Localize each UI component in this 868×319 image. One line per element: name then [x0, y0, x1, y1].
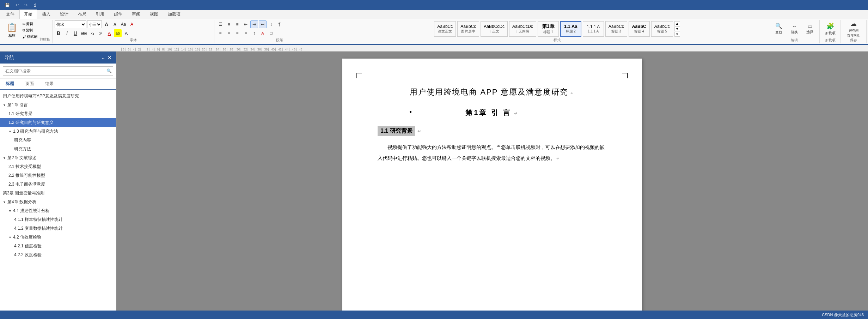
nav-item-4-2-1[interactable]: 4.2.1 信度检验 [0, 242, 116, 251]
line-spacing-btn[interactable]: ↕ [250, 29, 258, 37]
decrease-indent2-btn[interactable]: ↤ [259, 20, 267, 28]
style-heading1[interactable]: 第1章 标题 1 [538, 21, 559, 37]
chapter1-heading[interactable]: 第1章 引 言 ↵ [378, 108, 607, 118]
tab-file[interactable]: 文件 [1, 10, 19, 19]
nav-tab-results[interactable]: 结果 [39, 79, 59, 90]
style-scroll-up[interactable]: ▲ [674, 21, 680, 26]
tab-review[interactable]: 审阅 [127, 10, 145, 19]
clear-format-btn[interactable]: A [128, 20, 136, 28]
tab-layout[interactable]: 布局 [73, 10, 91, 19]
nav-item-2-1[interactable]: 2.1 技术接受模型 [0, 162, 116, 171]
document-title[interactable]: 用户使用跨境电商 APP 意愿及满意度研究 ↵ [378, 87, 607, 97]
nav-item-4-2-2[interactable]: 4.2.2 效度检验 [0, 251, 116, 259]
nav-item-ch2[interactable]: ▼ 第2章 文献综述 [0, 154, 116, 162]
tab-mailings[interactable]: 邮件 [109, 10, 127, 19]
nav-item-2-3[interactable]: 2.3 电子商务满意度 [0, 180, 116, 189]
justify-btn[interactable]: ≡ [242, 29, 250, 37]
nav-close-btn[interactable]: ✕ [108, 55, 112, 60]
strikethrough-btn[interactable]: abc [80, 29, 88, 37]
show-marks-btn[interactable]: ¶ [276, 20, 283, 28]
nav-item-4-1-1[interactable]: 4.1.1 样本特征描述性统计 [0, 215, 116, 224]
bullet-list-btn[interactable]: ☰ [216, 20, 224, 28]
style-heading6[interactable]: AaBbCc 标题 5 [651, 21, 673, 37]
cut-button[interactable]: ✂ 剪切 [21, 21, 39, 27]
bold-btn[interactable]: B [55, 29, 62, 37]
align-right-btn[interactable]: ≡ [233, 29, 241, 37]
nav-search-input[interactable] [3, 66, 113, 76]
numbered-list-btn[interactable]: ≡ [225, 20, 233, 28]
nav-item-1-1[interactable]: 1.1 研究背景 [0, 109, 116, 118]
nav-item-ch3[interactable]: 第3章 测量变量与准则 [0, 189, 116, 198]
save-baidu-btn[interactable]: ☁ 保存到 百度网盘 [843, 21, 864, 37]
nav-item-4-2[interactable]: ▼ 4.2 信效度检验 [0, 233, 116, 242]
style-more-btn[interactable]: ▾ [674, 32, 680, 37]
nav-item-4-1-2[interactable]: 4.1.2 变量数据描述性统计 [0, 224, 116, 233]
case-btn[interactable]: Aa [120, 20, 127, 28]
superscript-btn[interactable]: x² [97, 29, 105, 37]
paste-button[interactable]: 📋 粘贴 [4, 21, 20, 40]
style-heading4[interactable]: AaBbCc 标题 3 [605, 21, 627, 37]
nav-item-1-2[interactable]: 1.2 研究目的与研究意义 [0, 118, 116, 127]
tab-design[interactable]: 设计 [55, 10, 73, 19]
decrease-indent-btn[interactable]: ⇤ [242, 20, 250, 28]
font-size-select[interactable]: 小三 [87, 20, 102, 28]
font-color2-btn[interactable]: A [122, 29, 130, 37]
font-name-select[interactable]: 仿宋 [55, 20, 86, 28]
nav-item-1-3[interactable]: ▼ 1.3 研究内容与研究方法 [0, 127, 116, 136]
editing-controls: 🔍 查找 ↔ 替换 ▭ 选择 [771, 20, 817, 37]
nav-tab-headings[interactable]: 标题 [0, 79, 20, 90]
tab-view[interactable]: 视图 [145, 10, 163, 19]
borders-btn[interactable]: □ [267, 29, 275, 37]
find-btn[interactable]: 🔍 查找 [771, 21, 786, 37]
style-heading3[interactable]: 1.1.1 A 1.1.1 A [583, 21, 604, 37]
style-normal[interactable]: AaBbCc 论文正文 [434, 21, 456, 37]
nav-item-4-1[interactable]: ▼ 4.1 描述性统计分析 [0, 206, 116, 215]
copy-button[interactable]: ⧉ 复制 [21, 28, 39, 33]
replace-btn[interactable]: ↔ 替换 [787, 21, 802, 37]
nav-item-ch1[interactable]: ▼ 第1章 引言 [0, 101, 116, 109]
highlight-btn[interactable]: ab [114, 29, 122, 37]
nav-item-2-2[interactable]: 2.2 推敲可能性模型 [0, 171, 116, 180]
style-center[interactable]: AaBbCc 图片居中 [457, 21, 479, 37]
style-heading5[interactable]: AaBbC 标题 4 [629, 21, 650, 37]
document-area[interactable]: 用户使用跨境电商 APP 意愿及满意度研究 ↵ • 第1章 引 言 ↵ 1.1 … [116, 52, 868, 319]
underline-btn[interactable]: U [72, 29, 79, 37]
align-center-btn[interactable]: ≡ [225, 29, 233, 37]
addins-controls: 🧩 加载项 [823, 20, 838, 37]
italic-btn[interactable]: I [63, 29, 71, 37]
shading-btn[interactable]: A [259, 29, 267, 37]
format-painter-button[interactable]: 🖌 格式刷 [21, 34, 39, 40]
select-btn[interactable]: ▭ 选择 [802, 21, 817, 37]
nav-item-ch4[interactable]: ▼ 第4章 数据分析 [0, 198, 116, 206]
tab-references[interactable]: 引用 [91, 10, 109, 19]
tab-home[interactable]: 开始 [19, 10, 37, 19]
tab-addins[interactable]: 加载项 [163, 10, 185, 19]
section1-1-heading[interactable]: 1.1 研究背景 ↵ [378, 126, 607, 136]
nav-item-research-method[interactable]: 研究方法 [0, 145, 116, 154]
outline-list-btn[interactable]: ≡ [233, 20, 241, 28]
redo-btn[interactable]: ↪ [22, 2, 30, 8]
font-color-btn[interactable]: A [105, 29, 113, 37]
addins-btn[interactable]: 🧩 加载项 [823, 21, 838, 37]
sort-btn[interactable]: ↕ [267, 20, 275, 28]
style-no-space[interactable]: AaBbCcDc ↓ 无间隔 [509, 21, 536, 37]
nav-item-label: 第1章 引言 [7, 102, 28, 108]
decrease-font-btn[interactable]: A [111, 20, 119, 28]
align-left-btn[interactable]: ≡ [216, 29, 224, 37]
print-btn[interactable]: 🖨 [31, 2, 39, 8]
nav-collapse-btn[interactable]: ⌄ [101, 55, 105, 60]
save-quick-btn[interactable]: 💾 [3, 2, 12, 8]
nav-item-doc-title[interactable]: 用户使用跨境电商APP意愿及满意度研究 [0, 92, 116, 101]
increase-font-btn[interactable]: A [103, 20, 110, 28]
tab-insert[interactable]: 插入 [37, 10, 55, 19]
nav-tab-pages[interactable]: 页面 [20, 79, 39, 90]
style-scroll-down[interactable]: ▼ [674, 26, 680, 31]
undo-btn[interactable]: ↩ [13, 2, 21, 8]
nav-item-research-content[interactable]: 研究内容 [0, 136, 116, 145]
nav-search-icon[interactable]: 🔍 [106, 68, 112, 73]
body-paragraph[interactable]: 视频提供了功能强大的方法帮助您证明您的观点。当您单击联机视频时，可以在想要添加的… [378, 142, 607, 164]
style-heading2[interactable]: 1.1 Aa 标题 2 [560, 21, 581, 37]
subscript-btn[interactable]: x₂ [88, 29, 96, 37]
increase-indent-btn[interactable]: ⇥ [250, 20, 258, 28]
style-body[interactable]: AaBbCcDc ↓ 正文 [481, 21, 508, 37]
